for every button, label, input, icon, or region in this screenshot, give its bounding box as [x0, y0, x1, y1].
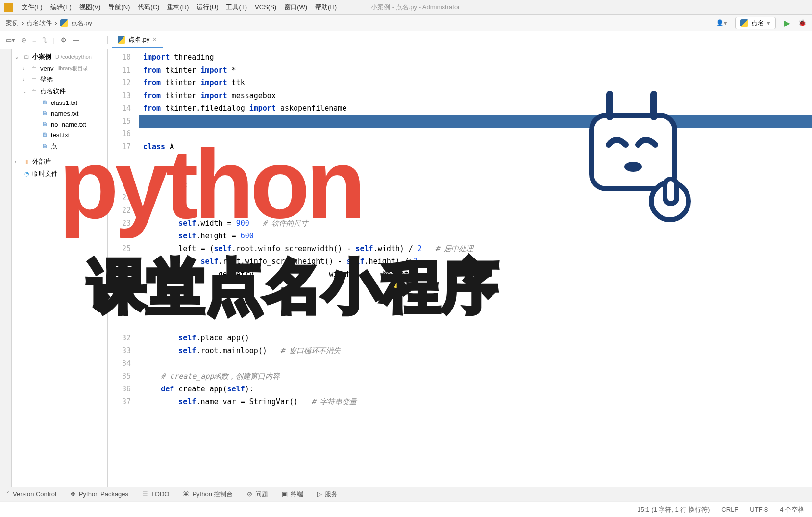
line-number[interactable]: 13	[110, 89, 131, 102]
tree-file[interactable]: 🗎 no_name.txt	[12, 119, 107, 129]
menu-refactor[interactable]: 重构(R)	[164, 1, 192, 14]
menu-tools[interactable]: 工具(T)	[223, 1, 250, 14]
code-line[interactable]: class A	[139, 140, 812, 153]
toolwin-problems[interactable]: ⊘问题	[247, 490, 268, 499]
code-line[interactable]	[139, 281, 812, 293]
menu-code[interactable]: 代码(C)	[135, 1, 162, 14]
code-line[interactable]: from tkinter import *	[139, 64, 812, 77]
line-number[interactable]	[110, 153, 131, 166]
code-line[interactable]	[139, 319, 812, 332]
code-line[interactable]: self.root.winfo_screenheight() - self.he…	[139, 255, 812, 268]
line-number[interactable]	[110, 166, 131, 179]
line-number[interactable]: 11	[110, 64, 131, 77]
code-line[interactable]	[139, 153, 812, 166]
code-line[interactable]: l	[139, 204, 812, 217]
collapse-all-icon[interactable]: ⇅	[42, 36, 48, 44]
toolwin-todo[interactable]: ☰TODO	[142, 491, 169, 498]
line-number[interactable]: 17	[110, 140, 131, 153]
tree-file[interactable]: 🗎 class1.txt	[12, 97, 107, 108]
line-number[interactable]	[110, 293, 131, 306]
tree-file[interactable]: 🗎 test.txt	[12, 129, 107, 140]
menu-help[interactable]: 帮助(H)	[312, 1, 340, 14]
expand-all-icon[interactable]: ≡	[32, 36, 36, 44]
code-line[interactable]	[139, 128, 812, 140]
status-indent[interactable]: 4 个空格	[780, 505, 804, 514]
code-line[interactable]: self.root.mainloop() # 窗口循环不消失	[139, 344, 812, 357]
line-number[interactable]: 22	[110, 204, 131, 217]
line-number[interactable]	[110, 268, 131, 281]
status-position[interactable]: 15:1 (1 字符, 1 行 换行符)	[637, 505, 710, 514]
tree-folder[interactable]: ⌄ 🗀 点名软件	[12, 85, 107, 97]
debug-button[interactable]: 🐞	[798, 19, 806, 26]
toolwin-services[interactable]: ▷服务	[317, 490, 338, 499]
line-number[interactable]: 15	[110, 115, 131, 128]
crumb-root[interactable]: 案例	[6, 19, 19, 27]
crumb-folder[interactable]: 点名软件	[26, 19, 52, 27]
tree-root[interactable]: ⌄ 🗀 小案例 D:\code\python	[12, 51, 107, 63]
code-line[interactable]: import threading	[139, 51, 812, 64]
code-line[interactable]: st F	[139, 179, 812, 191]
code-line[interactable]: n 5	[139, 191, 812, 204]
code-line[interactable]: self.width = 900 # 软件的尺寸	[139, 217, 812, 230]
menu-run[interactable]: 运行(U)	[194, 1, 221, 14]
editor-tab-active[interactable]: 点名.py ✕	[112, 32, 163, 48]
tree-folder[interactable]: › 🗀 壁纸	[12, 74, 107, 85]
menu-window[interactable]: 窗口(W)	[281, 1, 310, 14]
chevron-down-icon[interactable]: ⌄	[15, 54, 21, 60]
status-encoding[interactable]: UTF-8	[750, 506, 768, 513]
close-tab-icon[interactable]: ✕	[152, 36, 157, 43]
tree-file[interactable]: 🗎 names.txt	[12, 108, 107, 119]
left-rail[interactable]	[0, 49, 12, 510]
menu-vcs[interactable]: VCS(S)	[252, 1, 279, 13]
code-line[interactable]	[139, 306, 812, 319]
line-number[interactable]	[110, 179, 131, 191]
line-number[interactable]: 33	[110, 344, 131, 357]
user-icon[interactable]: 👤▾	[716, 19, 727, 26]
line-number[interactable]: 25	[110, 242, 131, 255]
toolwin-python-console[interactable]: ⌘Python 控制台	[183, 490, 233, 499]
menu-edit[interactable]: 编辑(E)	[48, 1, 74, 14]
line-number[interactable]: 32	[110, 332, 131, 344]
settings-icon[interactable]: ⚙	[61, 36, 67, 44]
code-line[interactable]: self.place_app()	[139, 332, 812, 344]
tree-file[interactable]: 🗎 点	[12, 140, 107, 152]
code-line[interactable]	[139, 166, 812, 179]
code-line[interactable]: from tkinter import ttk	[139, 77, 812, 89]
code-line[interactable]: left = (self.root.winfo_screenwidth() - …	[139, 242, 812, 255]
toolwin-packages[interactable]: ❖Python Packages	[70, 491, 128, 498]
hide-icon[interactable]: —	[73, 36, 79, 44]
line-number[interactable]	[110, 306, 131, 319]
line-number[interactable]: 10	[110, 51, 131, 64]
code-editor[interactable]: 10111213141516172122232425323334353637 i…	[108, 49, 812, 510]
line-number[interactable]	[110, 255, 131, 268]
code-line[interactable]: def create_app(self):	[139, 383, 812, 395]
line-number[interactable]: 35	[110, 370, 131, 383]
menu-view[interactable]: 视图(V)	[76, 1, 103, 14]
line-number[interactable]: 14	[110, 102, 131, 115]
toolwin-terminal[interactable]: ▣终端	[282, 490, 303, 499]
menu-navigate[interactable]: 导航(N)	[105, 1, 133, 14]
crumb-file[interactable]: 点名.py	[71, 19, 92, 27]
tree-scratches[interactable]: ◔ 临时文件	[12, 168, 107, 180]
code-line[interactable]: from tkinter import messagebox	[139, 89, 812, 102]
line-number[interactable]	[110, 319, 131, 332]
chevron-icon[interactable]: ›	[23, 66, 28, 71]
code-line[interactable]: from tkinter.filedialog import askopenfi…	[139, 102, 812, 115]
chevron-icon[interactable]: ⌄	[23, 89, 28, 94]
code-line[interactable]: self.name_var = StringVar() # 字符串变量	[139, 395, 812, 408]
select-opened-file-icon[interactable]: ⊕	[21, 36, 26, 44]
line-number[interactable]: 16	[110, 128, 131, 140]
status-eol[interactable]: CRLF	[721, 506, 738, 513]
tree-external-libs[interactable]: › ⫴ 外部库	[12, 156, 107, 168]
line-number[interactable]	[110, 281, 131, 293]
code-line[interactable]	[139, 357, 812, 370]
tree-folder[interactable]: › 🗀 venv library根目录	[12, 63, 107, 74]
code-line[interactable]: self.height = 600	[139, 230, 812, 242]
menu-file[interactable]: 文件(F)	[19, 1, 46, 14]
code-line[interactable]: .geometry width height	[139, 268, 812, 281]
run-button[interactable]: ▶	[784, 18, 790, 28]
code-line[interactable]	[139, 115, 812, 128]
code-area[interactable]: import threadingfrom tkinter import *fro…	[139, 49, 812, 510]
line-number[interactable]: 37	[110, 395, 131, 408]
line-number[interactable]: 24	[110, 230, 131, 242]
